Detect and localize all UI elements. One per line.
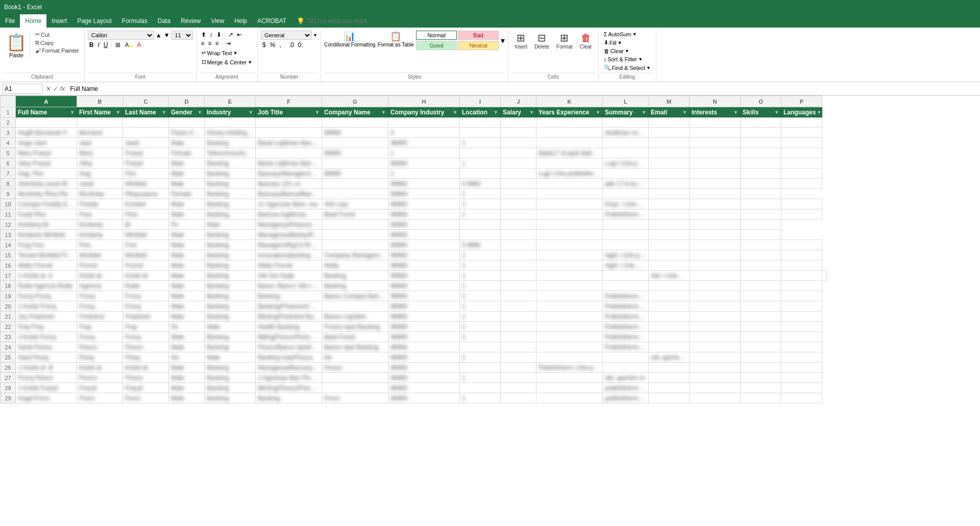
cell-2-0[interactable] (16, 117, 77, 128)
cell-6-0[interactable]: Alloy Fraryd (16, 158, 77, 169)
row-number-1[interactable]: 1 (1, 107, 16, 117)
cell-20-2[interactable]: Frocq (123, 301, 169, 312)
filter-arrow-5[interactable]: ▼ (315, 110, 320, 115)
cell-27-0[interactable]: Frocq Flosco (16, 373, 77, 383)
cell-26-4[interactable]: Banking (205, 363, 256, 373)
cell-11-12[interactable] (649, 209, 690, 220)
cell-22-2[interactable]: Fray (123, 322, 169, 332)
cell-15-7[interactable]: 98960 (388, 250, 460, 260)
cell-11-10[interactable] (536, 209, 603, 220)
cell-21-10[interactable] (536, 312, 603, 322)
filter-arrow-10[interactable]: ▼ (596, 110, 600, 115)
bad-style-button[interactable]: Bad (458, 31, 499, 40)
cell-23-8[interactable]: 1 (460, 332, 501, 342)
cell-22-13[interactable] (690, 322, 741, 332)
increase-decimal-button[interactable]: 0. (297, 41, 305, 49)
cell-29-2[interactable]: Froco (123, 393, 169, 403)
cell-20-6[interactable] (322, 301, 388, 312)
number-format-dropdown[interactable]: ▼ (313, 33, 317, 38)
col-header-D[interactable]: D (169, 96, 205, 107)
cell-5-3[interactable]: Female (169, 148, 205, 158)
cell-10-9[interactable] (501, 199, 536, 209)
cell-29-0[interactable]: Hugd Froco (16, 393, 77, 403)
cell-27-12[interactable] (649, 373, 690, 383)
cell-18-0[interactable]: Robb Agencia Robb (16, 281, 77, 291)
cell-10-13[interactable] (690, 199, 741, 209)
row-number-25[interactable]: 25 (1, 352, 16, 363)
wrap-text-button[interactable]: ↵ Wrap Text ▼ (200, 49, 240, 57)
cell-25-10[interactable] (536, 352, 603, 363)
cell-23-12[interactable] (649, 332, 690, 342)
cell-17-2[interactable]: Kolob dr. (123, 271, 169, 281)
decrease-font-button[interactable]: ▼ (163, 31, 170, 39)
cut-button[interactable]: ✂ Cut (33, 31, 81, 38)
cell-27-4[interactable]: Banking (205, 373, 256, 383)
cell-24-4[interactable]: Banking (205, 342, 256, 352)
row-number-29[interactable]: 29 (1, 393, 16, 403)
cell-25-2[interactable]: Flosq (123, 352, 169, 363)
cell-28-9[interactable] (501, 383, 536, 393)
cell-9-5[interactable]: Bancary/Banca/Banca/Banca/Banca/Ba Liqo … (256, 189, 322, 199)
cell-23-14[interactable] (741, 332, 781, 342)
cell-24-12[interactable] (649, 342, 690, 352)
cell-3-4[interactable]: Honey Holding Co Linds (205, 128, 256, 138)
cell-23-11[interactable]: Poikilotherm I-2nk-poikilotherm Liqobtim… (603, 332, 649, 342)
cell-12-10[interactable] (536, 220, 603, 230)
cell-11-1[interactable]: Frea (77, 209, 123, 220)
cell-19-14[interactable] (741, 291, 781, 301)
format-as-table-button[interactable]: 📋 Format as Table (378, 31, 414, 50)
menu-page-layout[interactable]: Page Layout (72, 14, 116, 28)
cell-14-11[interactable] (603, 240, 649, 250)
menu-formulas[interactable]: Formulas (117, 14, 153, 28)
cell-13-4[interactable]: Banking (205, 230, 256, 240)
cell-21-8[interactable]: 1 (460, 312, 501, 322)
col-header-N[interactable]: N (690, 96, 741, 107)
cell-19-10[interactable] (536, 291, 603, 301)
cell-22-0[interactable]: Fray Fray (16, 322, 77, 332)
cell-2-3[interactable] (169, 117, 205, 128)
cell-3-8[interactable] (460, 128, 501, 138)
cell-24-9[interactable] (501, 342, 536, 352)
cell-29-15[interactable] (781, 393, 822, 403)
cell-19-13[interactable] (690, 291, 741, 301)
cell-24-10[interactable] (536, 342, 603, 352)
cell-16-14[interactable] (741, 260, 781, 271)
cell-22-6[interactable]: Frosco Iqsd Banking (322, 322, 388, 332)
filter-arrow-9[interactable]: ▼ (529, 110, 534, 115)
cell-28-7[interactable]: 98960 (388, 383, 460, 393)
col-header-E[interactable]: E (205, 96, 256, 107)
align-right-button[interactable]: ≡ (214, 39, 220, 47)
cell-21-12[interactable] (649, 312, 690, 322)
merge-center-button[interactable]: ⊡ Merge & Center ▼ (200, 58, 255, 66)
cell-19-4[interactable]: Banking (205, 291, 256, 301)
cell-29-11[interactable]: poikilotherm-aperterr-rn (603, 393, 649, 403)
cell-5-4[interactable]: Telecommunications (205, 148, 256, 158)
col-header-M[interactable]: M (649, 96, 690, 107)
row-number-13[interactable]: 13 (1, 230, 16, 240)
cell-10-4[interactable]: Banking (205, 199, 256, 209)
cell-9-1[interactable]: Mcclinley (77, 189, 123, 199)
col-header-B[interactable]: B (77, 96, 123, 107)
cell-27-11[interactable]: abl; aperterr-rn (603, 373, 649, 383)
cell-28-8[interactable] (460, 383, 501, 393)
cell-24-2[interactable]: Flosco (123, 342, 169, 352)
tell-me-input[interactable] (307, 17, 368, 25)
font-color-button[interactable]: A (135, 41, 142, 49)
cell-21-6[interactable]: Banco Liqobtim (322, 312, 388, 322)
cell-17-15[interactable] (781, 271, 822, 281)
cell-6-7[interactable]: 98960 (388, 158, 460, 169)
cell-29-5[interactable]: Banking (256, 393, 322, 403)
cell-8-4[interactable]: Banking (205, 179, 256, 189)
cell-6-10[interactable] (536, 158, 603, 169)
cell-27-5[interactable]: 1 Agencias Ban Financerd/Managero/1 Flos… (256, 373, 322, 383)
cell-24-6[interactable]: Banco Iqsd Banking (322, 342, 388, 352)
cell-28-15[interactable] (781, 383, 822, 393)
cell-15-0[interactable]: Terned Winfield Frornd (16, 250, 77, 260)
cell-22-4[interactable]: Male (205, 322, 256, 332)
cell-23-3[interactable]: Male (169, 332, 205, 342)
cell-8-15[interactable] (781, 179, 822, 189)
filter-arrow-7[interactable]: ▼ (453, 110, 457, 115)
cell-28-11[interactable]: poikilotherm-aperterr-rn (603, 383, 649, 393)
cell-5-11[interactable] (603, 148, 649, 158)
cell-24-15[interactable] (781, 342, 822, 352)
